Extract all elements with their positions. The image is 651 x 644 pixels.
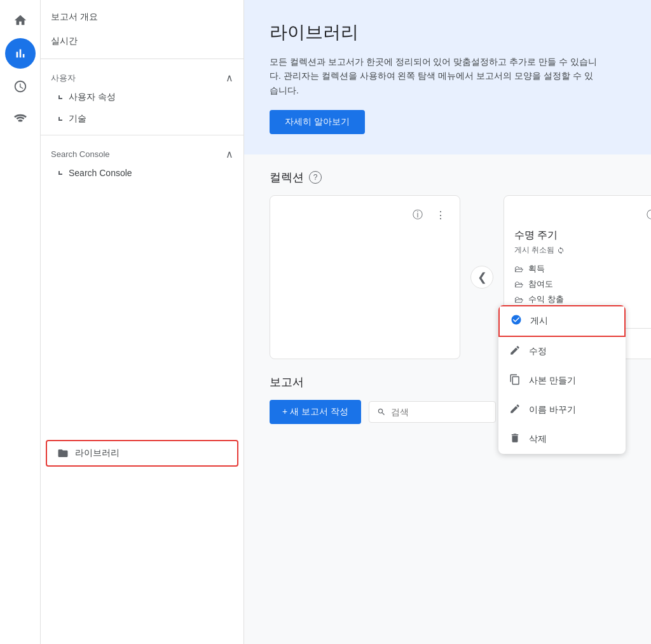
sidebar-item-realtime[interactable]: 실시간	[41, 29, 243, 53]
collection-card-empty: ⓘ ⋮	[270, 195, 460, 359]
sidebar-item-overview[interactable]: 보고서 개요	[41, 5, 243, 29]
bullet-icon-2	[58, 117, 62, 121]
learn-more-button[interactable]: 자세히 알아보기	[270, 110, 365, 134]
search-console-section-header[interactable]: Search Console ∧	[41, 140, 243, 163]
info-icon-btn-empty[interactable]: ⓘ	[409, 206, 427, 224]
search-input[interactable]	[391, 407, 488, 417]
menu-item-edit[interactable]: 수정	[498, 337, 626, 366]
sidebar: 보고서 개요 실시간 사용자 ∧ 사용자 속성 기술 Search Consol…	[41, 0, 244, 644]
lifecycle-item-2: 🗁 수익 창출	[514, 294, 651, 305]
sidebar-item-library[interactable]: 라이브러리	[46, 440, 238, 467]
lifecycle-title: 수명 주기	[514, 229, 651, 242]
tech-label: 기술	[69, 113, 86, 125]
folder-icon-2: 🗁	[514, 294, 523, 305]
collections-help-icon[interactable]: ?	[309, 171, 322, 184]
library-label: 라이브러리	[75, 448, 120, 459]
user-section-title: 사용자	[51, 72, 76, 84]
hero-description: 모든 컬렉션과 보고서가 한곳에 정리되어 있어 맞춤설정하고 추가로 만들 수…	[270, 55, 600, 97]
overview-label: 보고서 개요	[51, 11, 98, 23]
chart-icon-btn[interactable]	[5, 38, 36, 69]
check-circle-icon	[510, 314, 523, 328]
home-icon	[13, 13, 27, 27]
collections-title: 컬렉션 ?	[270, 170, 626, 185]
edit-icon	[509, 345, 521, 359]
new-report-button[interactable]: + 새 보고서 작성	[270, 400, 361, 424]
more-icon-btn-empty[interactable]: ⋮	[432, 206, 449, 224]
icon-bar	[0, 0, 41, 644]
search-console-label: Search Console	[69, 168, 132, 178]
clock-icon-btn[interactable]	[5, 71, 36, 102]
sync-icon	[557, 247, 565, 254]
user-section-header[interactable]: 사용자 ∧	[41, 64, 243, 86]
chevron-up-icon: ∧	[226, 72, 233, 84]
antenna-icon	[13, 113, 27, 127]
menu-delete-label: 삭제	[529, 434, 547, 445]
menu-item-publish[interactable]: 게시	[498, 305, 626, 337]
menu-item-copy[interactable]: 사본 만들기	[498, 366, 626, 395]
context-menu: 게시 수정 사본 만들기 이름 바꾸기	[498, 305, 626, 454]
carousel-back-btn[interactable]: ❮	[470, 266, 493, 289]
divider-1	[41, 58, 243, 59]
library-hero: 라이브러리 모든 컬렉션과 보고서가 한곳에 정리되어 있어 맞춤설정하고 추가…	[244, 0, 651, 154]
menu-item-rename[interactable]: 이름 바꾸기	[498, 395, 626, 425]
search-icon	[377, 407, 386, 417]
sidebar-item-user-props[interactable]: 사용자 속성	[41, 86, 243, 108]
folder-icon-0: 🗁	[514, 264, 523, 274]
antenna-icon-btn[interactable]	[5, 104, 36, 135]
sidebar-item-search-console[interactable]: Search Console	[41, 163, 243, 183]
copy-icon	[509, 374, 521, 388]
menu-copy-label: 사본 만들기	[529, 375, 576, 387]
realtime-label: 실시간	[51, 36, 78, 47]
hero-title: 라이브러리	[270, 20, 626, 45]
menu-rename-label: 이름 바꾸기	[529, 404, 576, 416]
sidebar-item-tech[interactable]: 기술	[41, 108, 243, 130]
lifecycle-item-0: 🗁 획득	[514, 263, 651, 275]
chevron-left-icon: ❮	[477, 270, 487, 284]
menu-publish-label: 게시	[530, 315, 548, 327]
lifecycle-card-header: ⓘ ⋮	[514, 206, 651, 224]
main-content: 라이브러리 모든 컬렉션과 보고서가 한곳에 정리되어 있어 맞춤설정하고 추가…	[244, 0, 651, 644]
chevron-up-icon-2: ∧	[226, 148, 233, 160]
lifecycle-subtitle: 게시 취소됨	[514, 245, 651, 256]
divider-2	[41, 135, 243, 135]
folder-icon	[57, 448, 69, 459]
chart-icon	[13, 46, 27, 60]
rename-icon	[509, 403, 521, 417]
home-icon-btn[interactable]	[5, 5, 36, 36]
search-box	[369, 401, 496, 423]
folder-icon-1: 🗁	[514, 279, 523, 289]
lifecycle-item-1: 🗁 참여도	[514, 278, 651, 290]
menu-edit-label: 수정	[529, 346, 547, 357]
empty-card-header: ⓘ ⋮	[280, 206, 449, 224]
bullet-icon	[58, 95, 62, 99]
user-props-label: 사용자 속성	[69, 92, 116, 103]
info-icon-btn-lifecycle[interactable]: ⓘ	[643, 206, 651, 224]
menu-item-delete[interactable]: 삭제	[498, 425, 626, 454]
delete-icon	[509, 432, 521, 446]
search-console-section-title: Search Console	[51, 149, 110, 159]
bullet-icon-3	[58, 171, 62, 175]
clock-icon	[13, 79, 27, 93]
